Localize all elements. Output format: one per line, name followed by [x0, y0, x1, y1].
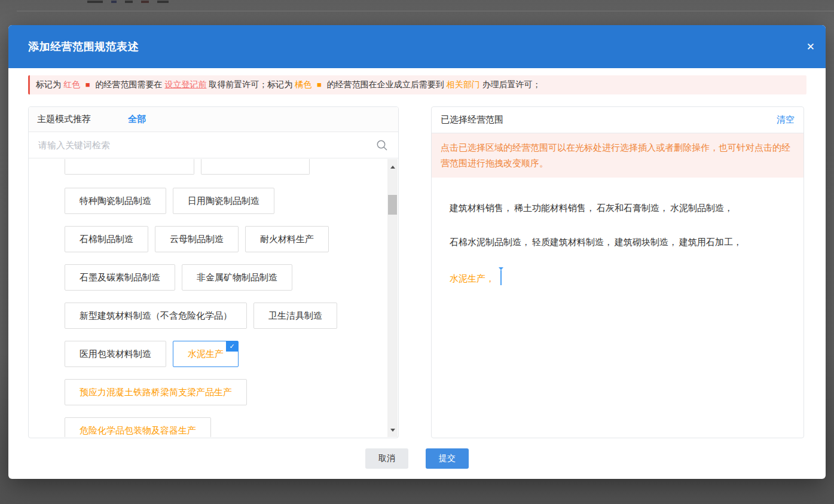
orange-square-icon: ■ [317, 80, 322, 89]
selected-scope-item[interactable]: 水泥生产， [450, 273, 494, 283]
warning-segment: 的经营范围在企业成立后需要到 [325, 80, 447, 89]
red-square-icon: ■ [85, 80, 90, 89]
scope-line: 水泥生产， [450, 270, 786, 285]
search-input[interactable] [38, 140, 375, 150]
tag-option[interactable]: 危险化学品包装物及容器生产 [65, 417, 211, 437]
tag-option[interactable]: 医用包装材料制造 [65, 341, 166, 367]
tag-row: 特种陶瓷制品制造日用陶瓷制品制造 [65, 188, 387, 214]
selected-scope-panel: 已选择经营范围 清空 点击已选择区域的经营范围可以在光标处进行选择插入或者删除操… [431, 106, 804, 438]
tag-row: 预应力混凝土铁路桥梁简支梁产品生产 [65, 379, 387, 405]
dialog-title: 添加经营范围规范表述 [28, 39, 139, 54]
scope-line: 石棉水泥制品制造，轻质建筑材料制造，建筑砌块制造，建筑用石加工， [450, 236, 786, 248]
tab-all[interactable]: 全部 [128, 114, 146, 125]
tag-option[interactable]: 水泥生产✓ [173, 341, 239, 367]
tag-row: 危险化学品包装物及容器生产 [65, 417, 387, 437]
tag-partial[interactable] [201, 159, 310, 175]
tag-row: 新型建筑材料制造（不含危险化学品）卫生洁具制造 [65, 303, 387, 329]
check-badge-icon: ✓ [226, 341, 238, 352]
close-icon[interactable]: ✕ [806, 42, 815, 52]
warning-text: 标记为 红色 ■ 的经营范围需要在 设立登记前 取得前置许可；标记为 橘色 ■ … [36, 80, 541, 90]
warning-segment: 红色 [63, 80, 83, 89]
scope-catalog-panel: 主题模式推荐全部 特种陶瓷制品制造日用陶瓷制品制造石棉制品制造云母制品制造耐火材… [28, 106, 399, 438]
background-clipped-text [87, 0, 169, 3]
tag-partial[interactable] [65, 159, 194, 175]
tag-option[interactable]: 特种陶瓷制品制造 [65, 188, 166, 214]
tag-option[interactable]: 云母制品制造 [155, 226, 239, 252]
selected-scope-item[interactable]: 石棉水泥制品制造， [450, 237, 530, 247]
scope-line: 建筑材料销售，稀土功能材料销售，石灰和石膏制造，水泥制品制造， [450, 202, 786, 214]
selected-scope-item[interactable]: 建筑砌块制造， [615, 237, 677, 247]
tag-row: 石棉制品制造云母制品制造耐火材料生产 [65, 226, 387, 252]
tag-list: 特种陶瓷制品制造日用陶瓷制品制造石棉制品制造云母制品制造耐火材料生产石墨及碳素制… [29, 159, 387, 437]
search-row [29, 132, 398, 158]
tag-option[interactable]: 日用陶瓷制品制造 [173, 188, 274, 214]
clear-button[interactable]: 清空 [777, 114, 795, 126]
selected-scope-header: 已选择经营范围 清空 [432, 107, 804, 133]
warning-segment: 橘色 [295, 80, 314, 89]
cancel-button[interactable]: 取消 [365, 448, 408, 469]
submit-button[interactable]: 提交 [426, 448, 469, 469]
warning-segment: 设立登记前 [164, 80, 206, 89]
warning-segment: 相关部门 [447, 80, 480, 89]
search-icon[interactable] [375, 139, 389, 152]
selected-scope-title: 已选择经营范围 [441, 114, 503, 126]
dialog-footer: 取消 提交 [8, 448, 826, 469]
selected-scope-item[interactable]: 稀土功能材料销售， [514, 203, 595, 213]
selected-scope-hint: 点击已选择区域的经营范围可以在光标处进行选择插入或者删除操作，也可针对点击的经营… [432, 133, 804, 178]
scrollbar[interactable] [387, 159, 398, 437]
add-business-scope-dialog: 添加经营范围规范表述 ✕ 标记为 红色 ■ 的经营范围需要在 设立登记前 取得前… [8, 25, 826, 479]
selected-scope-item[interactable]: 建筑材料销售， [450, 203, 512, 213]
selected-scope-item[interactable]: 建筑用石加工， [679, 237, 742, 247]
warning-segment: 标记为 [36, 80, 63, 89]
tag-option[interactable]: 预应力混凝土铁路桥梁简支梁产品生产 [65, 379, 247, 405]
background-divider [17, 11, 834, 11]
warning-segment: 办理后置许可； [480, 80, 541, 89]
left-tabs: 主题模式推荐全部 [29, 107, 398, 132]
warning-segment: 取得前置许可；标记为 [206, 80, 295, 89]
selected-scope-content[interactable]: 建筑材料销售，稀土功能材料销售，石灰和石膏制造，水泥制品制造，石棉水泥制品制造，… [432, 178, 804, 285]
tag-option[interactable]: 非金属矿物制品制造 [182, 264, 292, 291]
tag-option[interactable]: 石棉制品制造 [65, 226, 148, 252]
tag-option[interactable]: 新型建筑材料制造（不含危险化学品） [65, 303, 247, 329]
tag-option[interactable]: 石墨及碳素制品制造 [65, 264, 175, 291]
selected-scope-item[interactable]: 水泥制品制造， [670, 203, 733, 213]
warning-bar: 标记为 红色 ■ 的经营范围需要在 设立登记前 取得前置许可；标记为 橘色 ■ … [28, 75, 806, 94]
tag-option[interactable]: 卫生洁具制造 [253, 303, 337, 329]
tag-row [65, 159, 387, 175]
tag-row: 医用包装材料制造水泥生产✓ [65, 341, 387, 367]
selected-scope-item[interactable]: 石灰和石膏制造， [597, 203, 668, 213]
selected-scope-item[interactable]: 轻质建筑材料制造， [532, 237, 613, 247]
tag-option[interactable]: 耐火材料生产 [245, 226, 329, 252]
scroll-up-icon[interactable] [387, 162, 398, 172]
dialog-body: 主题模式推荐全部 特种陶瓷制品制造日用陶瓷制品制造石棉制品制造云母制品制造耐火材… [28, 106, 807, 438]
scrollbar-thumb[interactable] [388, 195, 397, 215]
scroll-down-icon[interactable] [387, 425, 398, 435]
text-cursor-icon [500, 270, 502, 285]
warning-segment: 的经营范围需要在 [93, 80, 165, 89]
tag-row: 石墨及碳素制品制造非金属矿物制品制造 [65, 264, 387, 291]
tab-theme-mode[interactable]: 主题模式推荐 [37, 114, 91, 125]
dialog-header: 添加经营范围规范表述 ✕ [8, 25, 826, 68]
